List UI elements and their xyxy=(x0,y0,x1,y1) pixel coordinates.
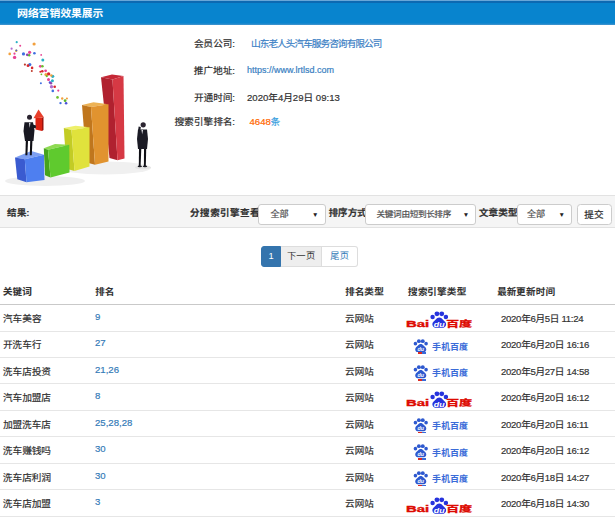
svg-text:du: du xyxy=(433,400,445,407)
svg-text:du: du xyxy=(417,478,424,484)
svg-text:du: du xyxy=(417,372,424,378)
svg-text:du: du xyxy=(433,506,445,513)
svg-text:du: du xyxy=(433,321,445,328)
svg-text:du: du xyxy=(417,346,424,352)
svg-text:du: du xyxy=(417,425,424,431)
svg-text:du: du xyxy=(417,452,424,458)
